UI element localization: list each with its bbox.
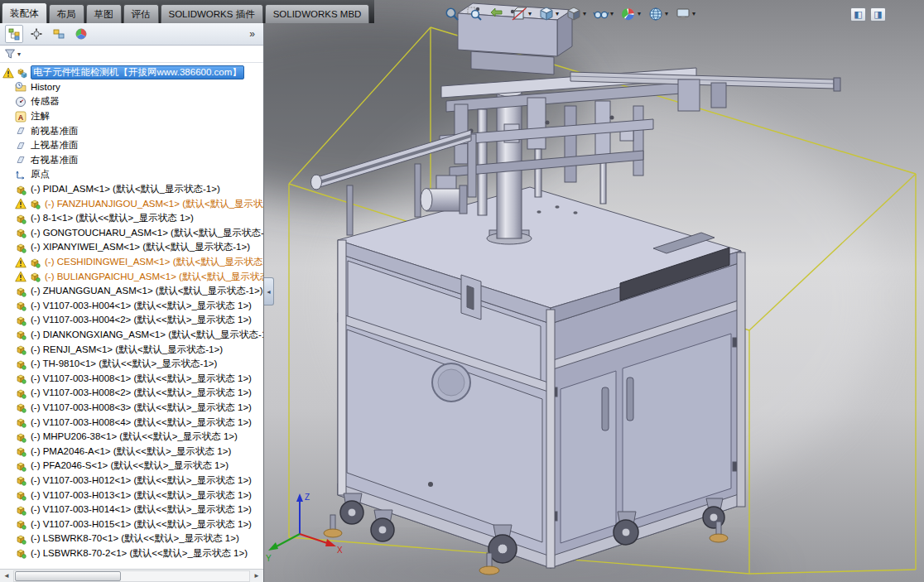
view-orientation-button[interactable]: ▾	[537, 4, 561, 24]
tree-item[interactable]: (-) BULIANGPAICHU_ASM<1> (默认<默认_显示状态-1>)	[0, 269, 263, 284]
tab-solidworks-addins[interactable]: SOLIDWORKS 插件	[161, 4, 263, 23]
scroll-thumb[interactable]	[15, 571, 121, 581]
warning-icon	[15, 257, 26, 268]
tree-item[interactable]: 上视基准面	[0, 138, 263, 153]
tree-item[interactable]: (-) GONGTOUCHARU_ASM<1> (默认<默认_显示状态-1>)	[0, 226, 263, 241]
tree-item[interactable]: (-) V1107-003-H004<2> (默认<<默认>_显示状态 1>)	[0, 313, 263, 328]
dropdown-caret[interactable]: ▾	[664, 4, 669, 24]
tab-evaluate[interactable]: 评估	[123, 4, 159, 23]
edit-appearance-button[interactable]: ▾	[618, 4, 643, 24]
zoom-to-area-button[interactable]	[464, 4, 484, 24]
tree-item[interactable]: (-) PMA2046-A<1> (默认<<默认>_显示状态 1>)	[0, 444, 263, 459]
tree-item-label: (-) LSBWRK8-70<1> (默认<<默认>_显示状态 1>)	[29, 532, 241, 545]
tree-item-label: (-) LSBWRK8-70-2<1> (默认<<默认>_显示状态 1>)	[29, 547, 249, 560]
filter-funnel-icon[interactable]	[4, 48, 16, 60]
tree-item[interactable]: (-) PFA2046-S<1> (默认<<默认>_显示状态 1>)	[0, 459, 263, 474]
tree-item-label: (-) V1107-003-H004<1> (默认<<默认>_显示状态 1>)	[29, 300, 253, 312]
tree-item[interactable]: (-) CESHIDINGWEI_ASM<1> (默认<默认_显示状态-1>)	[0, 255, 263, 270]
tab-assembly[interactable]: 装配体	[2, 2, 47, 23]
component-icon	[15, 286, 26, 297]
zoom-to-fit-button[interactable]	[442, 4, 462, 24]
dropdown-caret[interactable]: ▾	[582, 4, 587, 24]
hide-show-items-button[interactable]: ▾	[591, 4, 616, 24]
tree-item[interactable]: (-) XIPANYIWEI_ASM<1> (默认<默认_显示状态-1>)	[0, 240, 263, 255]
pane-split-button[interactable]: ◧	[850, 7, 866, 22]
tree-item[interactable]: History	[0, 80, 263, 95]
apply-scene-button[interactable]: ▾	[646, 4, 671, 24]
view-settings-button[interactable]: ▾	[673, 4, 698, 24]
featuremanager-tree-tab[interactable]	[5, 25, 23, 43]
tree-item-label: 前视基准面	[29, 125, 80, 137]
tree-item[interactable]: (-) LSBWRK8-70-2<1> (默认<<默认>_显示状态 1>)	[0, 546, 263, 561]
tree-item[interactable]: (-) V1107-003-H008<1> (默认<<默认>_显示状态 1>)	[0, 371, 263, 386]
tree-item[interactable]: (-) PIDAI_ASM<1> (默认<默认_显示状态-1>)	[0, 182, 263, 197]
tree-item-label: (-) PMA2046-A<1> (默认<<默认>_显示状态 1>)	[29, 445, 233, 458]
previous-view-button[interactable]	[487, 4, 507, 24]
filter-dropdown-caret[interactable]: ▾	[17, 51, 21, 58]
scroll-right-arrow[interactable]: ►	[250, 570, 263, 582]
tree-item[interactable]: (-) V1107-003-H008<4> (默认<<默认>_显示状态 1>)	[0, 415, 263, 430]
panel-collapse-tab[interactable]: ◄	[264, 277, 274, 305]
tree-item[interactable]: (-) V1107-003-H008<2> (默认<<默认>_显示状态 1>)	[0, 386, 263, 401]
tree-item[interactable]: (-) FANZHUANJIGOU_ASM<1> (默认<默认_显示状态-1>)	[0, 196, 263, 211]
tree-item[interactable]: (-) V1107-003-H012<1> (默认<<默认>_显示状态 1>)	[0, 474, 263, 488]
tree-item[interactable]: (-) V1107-003-H004<1> (默认<<默认>_显示状态 1>)	[0, 299, 263, 314]
tree-item[interactable]: (-) V1107-003-H008<3> (默认<<默认>_显示状态 1>)	[0, 401, 263, 416]
apply-scene-icon	[647, 6, 664, 22]
dropdown-caret[interactable]: ▾	[555, 4, 560, 24]
pane-close-button[interactable]: ◨	[870, 7, 886, 22]
3d-model-layer[interactable]: Z X Y	[264, 0, 924, 582]
tree-item-label: (-) FANZHUANJIGOU_ASM<1> (默认<默认_显示状态-1>)	[43, 198, 263, 210]
scroll-track[interactable]	[13, 570, 250, 582]
triad-z-label: Z	[305, 493, 310, 502]
tree-item-label: (-) V1107-003-H012<1> (默认<<默认>_显示状态 1>)	[29, 474, 253, 487]
component-icon	[15, 373, 26, 384]
dropdown-caret[interactable]: ▾	[691, 4, 696, 24]
tree-item[interactable]: (-) MHPU206-38<1> (默认<<默认>_显示状态 1>)	[0, 430, 263, 445]
tree-item[interactable]: (-) RENJI_ASM<1> (默认<默认_显示状态-1>)	[0, 342, 263, 357]
tree-item-label: 上视基准面	[29, 139, 80, 152]
displaymanager-tab[interactable]	[72, 25, 90, 43]
tab-solidworks-mbd[interactable]: SOLIDWORKS MBD	[265, 4, 370, 23]
tree-item[interactable]: (-) ZHUANGGUAN_ASM<1> (默认<默认_显示状态-1>)	[0, 284, 263, 299]
tree-item[interactable]: 前视基准面	[0, 123, 263, 138]
panel-tabs-icons	[5, 25, 90, 43]
collapse-arrow-icon: ◄	[266, 289, 272, 295]
tree-item[interactable]: 传感器	[0, 94, 263, 109]
tree-horizontal-scrollbar[interactable]: ◄ ►	[0, 569, 263, 582]
triad-x-label: X	[337, 546, 343, 555]
tree-item[interactable]: 右视基准面	[0, 153, 263, 168]
propertymanager-tab[interactable]	[27, 25, 46, 43]
component-icon	[15, 213, 26, 224]
solidworks-window: Z X Y ▾▾▾▾▾▾▾ ◧◨ 装配体布局草图评估SOLIDWORKS 插件S…	[0, 0, 924, 582]
tab-layout[interactable]: 布局	[49, 4, 84, 23]
tree-item-label: (-) V1107-003-H008<1> (默认<<默认>_显示状态 1>)	[29, 373, 253, 385]
panel-overflow-chevrons[interactable]: »	[249, 28, 258, 40]
tree-item[interactable]: A注解	[0, 109, 263, 124]
tree-item[interactable]: 原点	[0, 167, 263, 182]
tree-item[interactable]: 电子元件性能检测机【开拔网www.386600.com】	[0, 65, 263, 80]
display-style-button[interactable]: ▾	[564, 4, 589, 24]
graphics-viewport[interactable]: Z X Y ▾▾▾▾▾▾▾ ◧◨	[264, 0, 924, 582]
tree-item[interactable]: (-) DIANKONGXIANG_ASM<1> (默认<默认_显示状态-1>)	[0, 328, 263, 343]
configurationmanager-icon	[52, 27, 65, 41]
tree-item-label: (-) PFA2046-S<1> (默认<<默认>_显示状态 1>)	[29, 459, 230, 472]
tree-item[interactable]: (-) V1107-003-H013<1> (默认<<默认>_显示状态 1>)	[0, 488, 263, 503]
configurationmanager-tab[interactable]	[50, 25, 68, 43]
tree-item-label: (-) MHPU206-38<1> (默认<<默认>_显示状态 1>)	[29, 430, 239, 443]
tree-item[interactable]: (-) 8-1<1> (默认<<默认>_显示状态 1>)	[0, 211, 263, 226]
tree-item[interactable]: (-) V1107-003-H015<1> (默认<<默认>_显示状态 1>)	[0, 517, 263, 531]
propertymanager-icon	[30, 27, 43, 41]
tab-sketch[interactable]: 草图	[86, 4, 122, 23]
component-icon	[15, 416, 26, 428]
dropdown-caret[interactable]: ▾	[637, 4, 642, 24]
tree-item[interactable]: (-) TH-9810<1> (默认<<默认>_显示状态-1>)	[0, 357, 263, 372]
tree-item[interactable]: (-) V1107-003-H014<1> (默认<<默认>_显示状态 1>)	[0, 503, 263, 517]
previous-view-icon	[488, 6, 505, 22]
tree-item[interactable]: (-) LSBWRK8-70<1> (默认<<默认>_显示状态 1>)	[0, 531, 263, 546]
feature-tree: 电子元件性能检测机【开拔网www.386600.com】History传感器A注…	[0, 63, 263, 569]
dropdown-caret[interactable]: ▾	[609, 4, 614, 24]
scroll-left-arrow[interactable]: ◄	[0, 570, 13, 582]
dropdown-caret[interactable]: ▾	[527, 4, 532, 24]
section-view-button[interactable]: ▾	[509, 4, 534, 24]
